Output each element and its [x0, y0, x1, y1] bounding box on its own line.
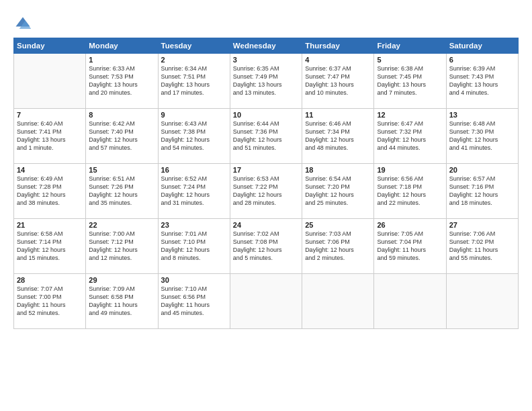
day-number: 23: [161, 221, 227, 229]
calendar-cell-w0d6: 6Sunrise: 6:39 AMSunset: 7:43 PMDaylight…: [446, 54, 518, 109]
weekday-header-monday: Monday: [86, 38, 158, 54]
cell-text: Sunrise: 7:09 AMSunset: 6:58 PMDaylight:…: [89, 285, 154, 318]
day-number: 7: [17, 111, 83, 119]
cell-text: Sunrise: 6:40 AMSunset: 7:41 PMDaylight:…: [17, 120, 83, 152]
weekday-header-sunday: Sunday: [14, 38, 86, 54]
calendar-cell-w4d6: [446, 274, 518, 329]
calendar-cell-w1d6: 13Sunrise: 6:48 AMSunset: 7:30 PMDayligh…: [446, 109, 518, 164]
calendar-cell-w2d2: 16Sunrise: 6:52 AMSunset: 7:24 PMDayligh…: [158, 164, 230, 219]
calendar-cell-w3d6: 27Sunrise: 7:06 AMSunset: 7:02 PMDayligh…: [446, 219, 518, 274]
cell-text: Sunrise: 7:10 AMSunset: 6:56 PMDaylight:…: [161, 285, 227, 318]
calendar-cell-w1d4: 11Sunrise: 6:46 AMSunset: 7:34 PMDayligh…: [302, 109, 374, 164]
day-number: 8: [89, 111, 154, 119]
calendar-cell-w2d3: 17Sunrise: 6:53 AMSunset: 7:22 PMDayligh…: [230, 164, 302, 219]
calendar-cell-w2d6: 20Sunrise: 6:57 AMSunset: 7:16 PMDayligh…: [446, 164, 518, 219]
day-number: 5: [377, 56, 443, 64]
calendar-cell-w0d0: [14, 54, 86, 109]
day-number: 22: [89, 221, 154, 229]
day-number: 21: [17, 221, 83, 229]
cell-text: Sunrise: 6:58 AMSunset: 7:14 PMDaylight:…: [17, 230, 83, 263]
cell-text: Sunrise: 6:44 AMSunset: 7:36 PMDaylight:…: [233, 120, 299, 152]
day-number: 16: [161, 166, 227, 174]
calendar-cell-w3d4: 25Sunrise: 7:03 AMSunset: 7:06 PMDayligh…: [302, 219, 374, 274]
calendar-cell-w2d0: 14Sunrise: 6:49 AMSunset: 7:28 PMDayligh…: [14, 164, 86, 219]
day-number: 29: [89, 276, 154, 284]
calendar-cell-w1d3: 10Sunrise: 6:44 AMSunset: 7:36 PMDayligh…: [230, 109, 302, 164]
cell-text: Sunrise: 7:00 AMSunset: 7:12 PMDaylight:…: [89, 230, 154, 263]
weekday-header-thursday: Thursday: [302, 38, 374, 54]
cell-text: Sunrise: 7:01 AMSunset: 7:10 PMDaylight:…: [161, 230, 227, 263]
calendar-cell-w1d1: 8Sunrise: 6:42 AMSunset: 7:40 PMDaylight…: [86, 109, 158, 164]
calendar-cell-w1d2: 9Sunrise: 6:43 AMSunset: 7:38 PMDaylight…: [158, 109, 230, 164]
calendar-table: SundayMondayTuesdayWednesdayThursdayFrid…: [13, 38, 519, 329]
day-number: 17: [233, 166, 299, 174]
cell-text: Sunrise: 6:38 AMSunset: 7:45 PMDaylight:…: [377, 64, 443, 97]
day-number: 3: [233, 56, 299, 64]
calendar-cell-w1d0: 7Sunrise: 6:40 AMSunset: 7:41 PMDaylight…: [14, 109, 86, 164]
day-number: 26: [377, 221, 443, 229]
cell-text: Sunrise: 6:39 AMSunset: 7:43 PMDaylight:…: [449, 64, 515, 97]
cell-text: Sunrise: 6:52 AMSunset: 7:24 PMDaylight:…: [161, 175, 227, 208]
cell-text: Sunrise: 6:37 AMSunset: 7:47 PMDaylight:…: [305, 64, 371, 97]
logo-icon: [13, 15, 32, 34]
calendar-cell-w3d2: 23Sunrise: 7:01 AMSunset: 7:10 PMDayligh…: [158, 219, 230, 274]
calendar-cell-w0d2: 2Sunrise: 6:34 AMSunset: 7:51 PMDaylight…: [158, 54, 230, 109]
cell-text: Sunrise: 7:02 AMSunset: 7:08 PMDaylight:…: [233, 230, 299, 263]
day-number: 13: [449, 111, 515, 119]
day-number: 10: [233, 111, 299, 119]
day-number: 19: [377, 166, 443, 174]
cell-text: Sunrise: 6:51 AMSunset: 7:26 PMDaylight:…: [89, 175, 154, 208]
calendar-cell-w3d3: 24Sunrise: 7:02 AMSunset: 7:08 PMDayligh…: [230, 219, 302, 274]
logo: [13, 15, 34, 34]
cell-text: Sunrise: 6:53 AMSunset: 7:22 PMDaylight:…: [233, 175, 299, 208]
cell-text: Sunrise: 6:54 AMSunset: 7:20 PMDaylight:…: [305, 175, 371, 208]
calendar-cell-w4d3: [230, 274, 302, 329]
day-number: 9: [161, 111, 227, 119]
cell-text: Sunrise: 7:05 AMSunset: 7:04 PMDaylight:…: [377, 230, 443, 263]
calendar-cell-w0d1: 1Sunrise: 6:33 AMSunset: 7:53 PMDaylight…: [86, 54, 158, 109]
day-number: 28: [17, 276, 83, 284]
calendar-cell-w3d1: 22Sunrise: 7:00 AMSunset: 7:12 PMDayligh…: [86, 219, 158, 274]
calendar-cell-w0d4: 4Sunrise: 6:37 AMSunset: 7:47 PMDaylight…: [302, 54, 374, 109]
cell-text: Sunrise: 7:03 AMSunset: 7:06 PMDaylight:…: [305, 230, 371, 263]
calendar-cell-w3d0: 21Sunrise: 6:58 AMSunset: 7:14 PMDayligh…: [14, 219, 86, 274]
day-number: 15: [89, 166, 154, 174]
day-number: 27: [449, 221, 515, 229]
calendar-cell-w3d5: 26Sunrise: 7:05 AMSunset: 7:04 PMDayligh…: [374, 219, 446, 274]
cell-text: Sunrise: 6:56 AMSunset: 7:18 PMDaylight:…: [377, 175, 443, 208]
cell-text: Sunrise: 6:48 AMSunset: 7:30 PMDaylight:…: [449, 120, 515, 152]
cell-text: Sunrise: 6:43 AMSunset: 7:38 PMDaylight:…: [161, 120, 227, 152]
day-number: 30: [161, 276, 227, 284]
day-number: 18: [305, 166, 371, 174]
calendar-cell-w4d5: [374, 274, 446, 329]
cell-text: Sunrise: 6:47 AMSunset: 7:32 PMDaylight:…: [377, 120, 443, 152]
calendar-cell-w4d0: 28Sunrise: 7:07 AMSunset: 7:00 PMDayligh…: [14, 274, 86, 329]
cell-text: Sunrise: 7:07 AMSunset: 7:00 PMDaylight:…: [17, 285, 83, 318]
day-number: 11: [305, 111, 371, 119]
cell-text: Sunrise: 6:42 AMSunset: 7:40 PMDaylight:…: [89, 120, 154, 152]
day-number: 2: [161, 56, 227, 64]
calendar-cell-w4d4: [302, 274, 374, 329]
day-number: 1: [89, 56, 154, 64]
day-number: 25: [305, 221, 371, 229]
cell-text: Sunrise: 6:35 AMSunset: 7:49 PMDaylight:…: [233, 64, 299, 97]
cell-text: Sunrise: 6:46 AMSunset: 7:34 PMDaylight:…: [305, 120, 371, 152]
cell-text: Sunrise: 6:57 AMSunset: 7:16 PMDaylight:…: [449, 175, 515, 208]
calendar-cell-w0d5: 5Sunrise: 6:38 AMSunset: 7:45 PMDaylight…: [374, 54, 446, 109]
calendar-cell-w2d5: 19Sunrise: 6:56 AMSunset: 7:18 PMDayligh…: [374, 164, 446, 219]
cell-text: Sunrise: 7:06 AMSunset: 7:02 PMDaylight:…: [449, 230, 515, 263]
day-number: 12: [377, 111, 443, 119]
calendar-cell-w4d2: 30Sunrise: 7:10 AMSunset: 6:56 PMDayligh…: [158, 274, 230, 329]
calendar-cell-w2d4: 18Sunrise: 6:54 AMSunset: 7:20 PMDayligh…: [302, 164, 374, 219]
weekday-header-friday: Friday: [374, 38, 446, 54]
calendar-cell-w2d1: 15Sunrise: 6:51 AMSunset: 7:26 PMDayligh…: [86, 164, 158, 219]
calendar-cell-w0d3: 3Sunrise: 6:35 AMSunset: 7:49 PMDaylight…: [230, 54, 302, 109]
day-number: 14: [17, 166, 83, 174]
day-number: 6: [449, 56, 515, 64]
cell-text: Sunrise: 6:49 AMSunset: 7:28 PMDaylight:…: [17, 175, 83, 208]
weekday-header-wednesday: Wednesday: [230, 38, 302, 54]
day-number: 20: [449, 166, 515, 174]
day-number: 4: [305, 56, 371, 64]
day-number: 24: [233, 221, 299, 229]
calendar-cell-w1d5: 12Sunrise: 6:47 AMSunset: 7:32 PMDayligh…: [374, 109, 446, 164]
